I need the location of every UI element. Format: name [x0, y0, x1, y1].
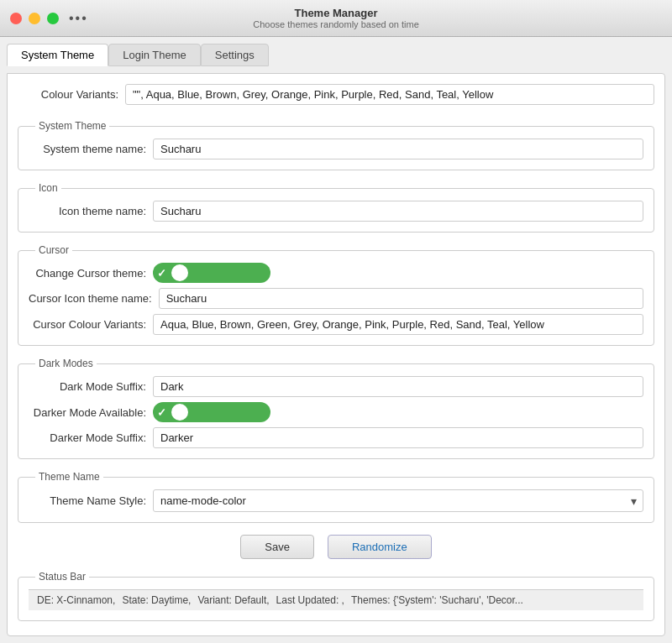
darker-available-row: Darker Mode Available: ✓ [29, 402, 643, 422]
titlebar-text: Theme Manager Choose themes randomly bas… [253, 7, 419, 29]
system-theme-name-row: System theme name: [29, 139, 643, 159]
status-updated: Last Updated: , [276, 594, 344, 606]
cursor-change-toggle[interactable]: ✓ [153, 263, 270, 283]
app-subtitle: Choose themes randomly based on time [253, 19, 419, 29]
randomize-button[interactable]: Randomize [328, 535, 432, 559]
status-themes: Themes: {'System': 'Sucharu', 'Decor... [351, 594, 523, 606]
cursor-icon-name-input[interactable] [159, 288, 643, 309]
app-title: Theme Manager [253, 7, 419, 19]
cursor-icon-name-row: Cursor Icon theme name: [29, 288, 643, 309]
colour-variants-row: Colour Variants: [18, 84, 654, 105]
icon-name-label: Icon theme name: [29, 205, 146, 217]
save-button[interactable]: Save [240, 535, 314, 559]
cursor-change-row: Change Cursor theme: ✓ [29, 263, 643, 283]
system-theme-name-input[interactable] [153, 139, 643, 159]
theme-name-group: Theme Name Theme Name Style: name-mode-c… [18, 471, 654, 523]
darker-toggle-slider: ✓ [153, 402, 270, 422]
dark-suffix-input[interactable] [153, 376, 643, 397]
darker-available-label: Darker Mode Available: [29, 406, 146, 419]
dark-suffix-label: Dark Mode Suffix: [29, 380, 146, 393]
theme-name-style-select[interactable]: name-mode-color name-color-mode color-na… [153, 489, 643, 512]
darker-suffix-label: Darker Mode Suffix: [29, 431, 146, 444]
icon-group: Icon Icon theme name: [18, 182, 654, 233]
tab-settings[interactable]: Settings [201, 44, 269, 66]
more-button[interactable]: ••• [69, 11, 88, 26]
darker-suffix-input[interactable] [153, 427, 643, 448]
maximize-button[interactable] [47, 13, 59, 24]
icon-legend: Icon [35, 182, 61, 194]
theme-name-style-wrapper: name-mode-color name-color-mode color-na… [153, 489, 643, 512]
check-icon: ✓ [157, 267, 166, 280]
system-theme-group: System Theme System theme name: [18, 120, 654, 170]
cursor-group: Cursor Change Cursor theme: ✓ Cursor Ico… [18, 244, 654, 346]
dark-modes-legend: Dark Modes [35, 358, 97, 369]
main-content: System Theme Login Theme Settings Colour… [0, 37, 672, 643]
cursor-icon-name-label: Cursor Icon theme name: [29, 292, 152, 305]
darker-check-icon: ✓ [157, 406, 166, 419]
icon-name-row: Icon theme name: [29, 201, 643, 222]
cursor-colour-label: Cursor Colour Variants: [29, 318, 146, 331]
tab-system-theme[interactable]: System Theme [7, 44, 108, 66]
minimize-button[interactable] [29, 13, 40, 24]
cursor-change-label: Change Cursor theme: [29, 267, 146, 280]
icon-name-input[interactable] [153, 201, 643, 222]
cursor-legend: Cursor [35, 244, 72, 256]
system-theme-legend: System Theme [35, 120, 109, 132]
status-de: DE: X-Cinnamon, [37, 594, 115, 606]
status-state: State: Daytime, [122, 594, 191, 606]
cursor-colour-row: Cursor Colour Variants: [29, 314, 643, 335]
darker-suffix-row: Darker Mode Suffix: [29, 427, 643, 448]
theme-name-style-row: Theme Name Style: name-mode-color name-c… [29, 489, 643, 512]
dark-suffix-row: Dark Mode Suffix: [29, 376, 643, 397]
status-variant: Variant: Default, [197, 594, 269, 606]
theme-name-legend: Theme Name [35, 471, 103, 483]
theme-name-style-label: Theme Name Style: [29, 494, 146, 507]
action-buttons: Save Randomize [18, 535, 654, 559]
darker-available-toggle[interactable]: ✓ [153, 402, 270, 422]
tab-bar: System Theme Login Theme Settings [7, 44, 665, 66]
cursor-toggle-slider: ✓ [153, 263, 270, 283]
dark-modes-group: Dark Modes Dark Mode Suffix: Darker Mode… [18, 358, 654, 459]
colour-variants-label: Colour Variants: [18, 88, 118, 101]
cursor-colour-input[interactable] [153, 314, 643, 335]
system-theme-name-label: System theme name: [29, 143, 146, 155]
tab-login-theme[interactable]: Login Theme [108, 44, 201, 66]
status-bar-legend: Status Bar [35, 571, 89, 583]
window-controls: ••• [10, 11, 88, 26]
status-bar: DE: X-Cinnamon, State: Daytime, Variant:… [29, 589, 643, 610]
titlebar: ••• Theme Manager Choose themes randomly… [0, 0, 672, 37]
colour-variants-input[interactable] [125, 84, 654, 105]
status-bar-group: Status Bar DE: X-Cinnamon, State: Daytim… [18, 571, 654, 621]
tab-panel-system-theme: Colour Variants: System Theme System the… [7, 73, 665, 636]
close-button[interactable] [10, 13, 22, 24]
